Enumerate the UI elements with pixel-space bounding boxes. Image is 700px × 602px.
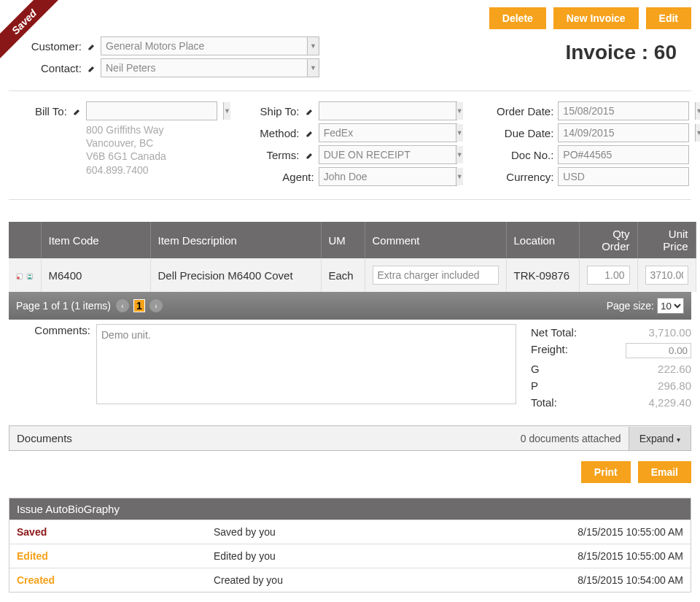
cell-price-input[interactable] <box>645 266 688 285</box>
autobio-desc: Created by you <box>214 574 578 586</box>
duedate-combo[interactable]: ▼ <box>558 123 689 142</box>
shipto-input[interactable] <box>319 102 456 120</box>
total-value: 4,229.40 <box>649 396 691 409</box>
p-value: 296.80 <box>658 379 691 392</box>
autobio-row: EditedEdited by you8/15/2015 10:55:00 AM <box>9 544 691 568</box>
edit-button[interactable]: Edit <box>646 7 691 29</box>
pencil-icon[interactable] <box>73 106 82 115</box>
orderdate-input[interactable] <box>559 102 695 120</box>
cell-comment-input[interactable] <box>373 266 499 285</box>
contact-input[interactable] <box>101 59 307 77</box>
pencil-icon[interactable] <box>88 63 96 72</box>
freight-input[interactable] <box>626 343 691 358</box>
documents-attached: 0 documents attached <box>513 427 629 450</box>
autobio-timestamp: 8/15/2015 10:54:00 AM <box>578 574 683 586</box>
autobio-row: SavedSaved by you8/15/2015 10:55:00 AM <box>9 520 691 544</box>
autobio-row: CreatedCreated by you8/15/2015 10:54:00 … <box>9 568 691 592</box>
p-label: P <box>531 379 538 392</box>
chevron-down-icon[interactable]: ▼ <box>456 168 463 185</box>
orderdate-label: Order Date: <box>473 105 553 117</box>
chevron-down-icon[interactable]: ▼ <box>695 102 700 120</box>
page-size-select[interactable]: 10 <box>657 298 684 314</box>
pencil-icon[interactable] <box>306 128 314 136</box>
net-total-label: Net Total: <box>531 326 577 339</box>
contact-label: Contact: <box>9 62 96 74</box>
autobio-desc: Edited by you <box>214 550 578 562</box>
pencil-icon[interactable] <box>306 150 314 158</box>
col-location: Location <box>506 222 579 258</box>
autobio-status: Edited <box>17 550 214 562</box>
shipto-combo[interactable]: ▼ <box>319 101 457 120</box>
autobio-timestamp: 8/15/2015 10:55:00 AM <box>578 550 683 562</box>
freight-label: Freight: <box>531 343 568 358</box>
chevron-down-icon[interactable]: ▼ <box>456 146 463 163</box>
terms-combo[interactable]: ▼ <box>319 145 457 164</box>
cell-qty-input[interactable] <box>587 266 630 285</box>
chevron-down-icon[interactable]: ▼ <box>307 37 319 55</box>
items-grid: Item Code Item Description UM Comment Lo… <box>9 222 691 320</box>
pager-next-button[interactable]: › <box>149 299 163 312</box>
total-label: Total: <box>531 396 557 409</box>
chevron-down-icon[interactable]: ▼ <box>456 102 463 120</box>
chevron-down-icon[interactable]: ▼ <box>695 124 700 142</box>
chevron-down-icon: ▾ <box>677 436 680 444</box>
documents-label: Documents <box>9 426 513 450</box>
autobio-title: Issue AutoBioGraphy <box>9 498 691 520</box>
docno-input-wrap[interactable] <box>558 145 689 164</box>
method-combo[interactable]: ▼ <box>319 123 457 142</box>
pager-summary: Page 1 of 1 (1 items) <box>16 300 111 312</box>
shipto-label: Ship To: <box>241 105 314 117</box>
totals-panel: Net Total:3,710.00 Freight: G222.60 P296… <box>531 324 691 411</box>
cell-code: M6400 <box>41 258 150 292</box>
billto-label: Bill To: <box>9 105 82 117</box>
g-label: G <box>531 363 540 375</box>
invoice-title: Invoice : 60 <box>565 36 691 64</box>
cell-desc: Dell Precision M6400 Covet <box>150 258 321 292</box>
grid-pager: Page 1 of 1 (1 items) ‹ 1 › Page size: 1… <box>9 292 691 320</box>
currency-input-wrap[interactable] <box>558 167 689 186</box>
chevron-down-icon[interactable]: ▼ <box>307 59 319 77</box>
col-um: UM <box>321 222 365 258</box>
currency-input[interactable] <box>559 168 695 185</box>
delete-row-icon[interactable] <box>16 270 23 280</box>
contact-combo[interactable]: ▼ <box>101 58 319 77</box>
col-controls <box>9 222 41 258</box>
print-button[interactable]: Print <box>581 461 631 483</box>
agent-label: Agent: <box>241 171 314 183</box>
orderdate-combo[interactable]: ▼ <box>558 101 689 120</box>
terms-input[interactable] <box>319 146 456 163</box>
pager-prev-button[interactable]: ‹ <box>116 299 129 312</box>
customer-combo[interactable]: ▼ <box>101 36 319 55</box>
customer-label: Customer: <box>9 40 96 53</box>
duedate-input[interactable] <box>559 124 695 142</box>
cell-location: TRK-09876 <box>506 258 579 292</box>
chevron-down-icon[interactable]: ▼ <box>456 124 463 142</box>
pencil-icon[interactable] <box>88 41 96 50</box>
email-button[interactable]: Email <box>638 461 691 483</box>
col-comment: Comment <box>365 222 506 258</box>
terms-label: Terms: <box>241 149 314 161</box>
col-code: Item Code <box>41 222 150 258</box>
chevron-down-icon[interactable]: ▼ <box>223 102 230 120</box>
expand-button[interactable]: Expand ▾ <box>629 427 691 450</box>
agent-input[interactable] <box>319 168 456 185</box>
method-input[interactable] <box>319 124 456 142</box>
billto-input[interactable] <box>87 102 223 120</box>
docno-input[interactable] <box>559 146 695 163</box>
delete-button[interactable]: Delete <box>489 7 546 29</box>
page-size-label: Page size: <box>607 300 654 312</box>
col-price: Unit Price <box>637 222 696 258</box>
cell-um: Each <box>321 258 365 292</box>
customer-input[interactable] <box>101 37 307 55</box>
new-invoice-button[interactable]: New Invoice <box>553 7 639 29</box>
table-row[interactable]: M6400 Dell Precision M6400 Covet Each TR… <box>9 258 696 292</box>
billto-address: 800 Griffiths Way Vancouver, BC V6B 6G1 … <box>86 123 227 177</box>
billto-combo[interactable]: ▼ <box>86 101 217 120</box>
pager-current[interactable]: 1 <box>133 299 145 312</box>
agent-combo[interactable]: ▼ <box>319 167 457 186</box>
save-row-icon[interactable] <box>26 270 34 280</box>
comments-textarea[interactable]: Demo unit. <box>96 324 516 404</box>
pencil-icon[interactable] <box>306 106 314 115</box>
docno-label: Doc No.: <box>473 149 553 161</box>
net-total-value: 3,710.00 <box>649 326 691 339</box>
